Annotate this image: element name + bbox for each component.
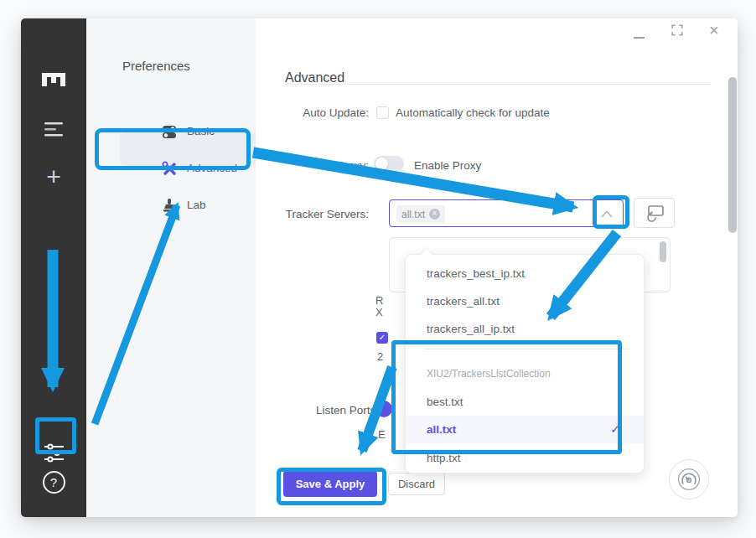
- clipped-text: R: [375, 294, 385, 307]
- app-window: + ? Preferences: [21, 18, 738, 517]
- remove-tag-icon[interactable]: ×: [429, 209, 440, 220]
- dropdown-option[interactable]: trackers_all_ip.txt: [406, 315, 644, 343]
- annotation-box-advanced-item: [95, 128, 251, 170]
- gauge-icon: [677, 468, 701, 491]
- minimize-button[interactable]: [634, 30, 645, 39]
- tracker-servers-select[interactable]: all.txt ×: [389, 199, 624, 227]
- dropdown-notch: [420, 249, 433, 256]
- clipped-toggle: [375, 401, 392, 417]
- dropdown-option[interactable]: trackers_all.txt: [406, 287, 644, 315]
- toggle-knob: [375, 158, 388, 170]
- clipped-text: X: [375, 306, 385, 318]
- proxy-toggle[interactable]: [374, 156, 404, 172]
- minimize-icon: [634, 37, 645, 39]
- auto-update-checkbox-text: Automatically check for update: [396, 106, 550, 119]
- annotation-box-chevron: [593, 195, 629, 229]
- discard-button[interactable]: Discard: [388, 473, 445, 495]
- annotation-box-save-button: [277, 468, 386, 505]
- screenshot-page: + ? Preferences: [0, 0, 756, 538]
- selected-tag: all.txt ×: [396, 205, 445, 223]
- sync-trackers-button[interactable]: [634, 198, 675, 228]
- tracker-servers-label: Tracker Servers:: [264, 208, 369, 220]
- close-button[interactable]: ×: [709, 21, 719, 40]
- proxy-toggle-text: Enable Proxy: [414, 159, 481, 172]
- proxy-label: Proxy:: [264, 159, 369, 172]
- annotation-box-dropdown-group: [391, 340, 622, 454]
- dropdown-option[interactable]: trackers_best_ip.txt: [406, 260, 644, 287]
- clipped-text: 2: [377, 350, 386, 363]
- maximize-button[interactable]: [671, 24, 683, 39]
- clipped-checked-checkbox: ✓: [376, 332, 388, 344]
- speed-gauge-button[interactable]: [669, 459, 709, 499]
- sync-icon: [645, 205, 664, 222]
- tag-label: all.txt: [401, 209, 425, 220]
- annotation-box-preferences-icon: [35, 417, 76, 454]
- maximize-icon: [671, 24, 683, 36]
- auto-update-label: Auto Update:: [264, 106, 369, 119]
- textarea-scrollbar[interactable]: [660, 241, 666, 262]
- clipped-text: E: [378, 428, 386, 441]
- auto-update-checkbox[interactable]: [376, 106, 389, 119]
- main-scrollbar[interactable]: [728, 77, 737, 233]
- listen-ports-label: Listen Ports:: [274, 404, 379, 416]
- title-divider: [285, 84, 711, 85]
